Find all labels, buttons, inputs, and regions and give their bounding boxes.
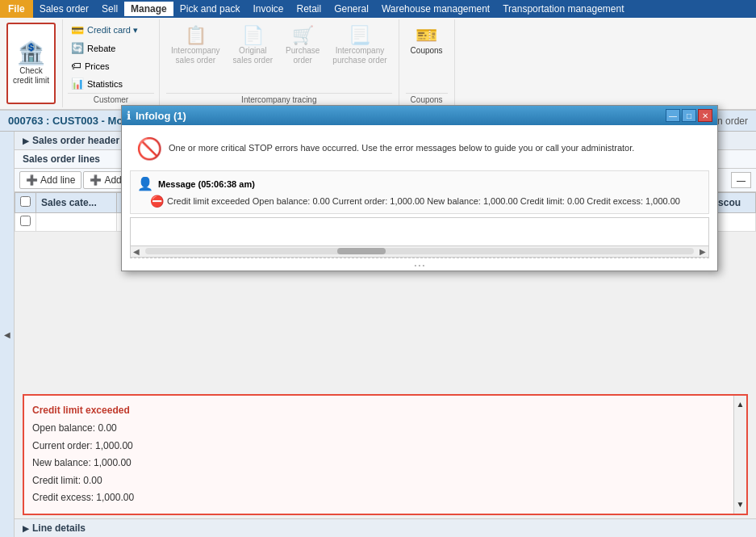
sidebar-collapse-icon: ◀ bbox=[4, 330, 10, 339]
left-sidebar-toggle[interactable]: ◀ bbox=[0, 132, 15, 537]
cell-sales-category bbox=[36, 213, 117, 232]
message-header: Message (05:06:38 am) bbox=[158, 179, 255, 189]
check-credit-label: Checkcredit limit bbox=[13, 66, 49, 86]
hscroll-thumb[interactable] bbox=[337, 248, 386, 254]
line-details-label: Line details bbox=[32, 522, 86, 534]
check-credit-limit-button[interactable]: 🏦 Checkcredit limit bbox=[6, 23, 56, 104]
summary-line-3: Current order: 1,000.00 bbox=[32, 438, 725, 455]
coupons-group-label: Coupons bbox=[406, 93, 448, 104]
line-details-section[interactable]: ▶ Line details bbox=[15, 518, 756, 537]
summary-line-2: Open balance: 0.00 bbox=[32, 420, 725, 438]
infolog-title-icon: ℹ bbox=[127, 109, 131, 122]
statistics-icon: 📊 bbox=[71, 78, 84, 90]
intercompany-po-label: Intercompanypurchase order bbox=[332, 46, 386, 65]
summary-line-1: Credit limit exceeded bbox=[32, 402, 725, 420]
hscroll-right-arrow[interactable]: ▶ bbox=[697, 247, 708, 256]
header-expand-icon: ▶ bbox=[23, 136, 29, 145]
add-line-button[interactable]: ➕ Add line bbox=[19, 171, 81, 189]
col-sales-category: Sales cate... bbox=[36, 193, 117, 213]
prices-button[interactable]: 🏷 Prices bbox=[68, 58, 154, 73]
col-checkbox[interactable] bbox=[15, 193, 36, 213]
row-checkbox[interactable] bbox=[20, 216, 31, 226]
line-details-expand-icon: ▶ bbox=[23, 524, 29, 533]
summary-line-4: New balance: 1,000.00 bbox=[32, 455, 725, 472]
sell-menu[interactable]: Sell bbox=[95, 2, 124, 16]
error-message: One or more critical STOP errors have oc… bbox=[169, 138, 634, 155]
credit-card-label: Credit card ▾ bbox=[87, 25, 138, 36]
intercompany-so-label: Intercompanysales order bbox=[171, 46, 220, 65]
message-person-icon: 👤 bbox=[137, 176, 153, 191]
summary-scroll-up[interactable]: ▲ bbox=[734, 396, 746, 413]
prices-label: Prices bbox=[85, 61, 110, 71]
retail-menu[interactable]: Retail bbox=[290, 2, 328, 16]
intercompany-po-icon: 📃 bbox=[349, 25, 370, 46]
summary-line-5: Credit limit: 0.00 bbox=[32, 472, 725, 490]
purchase-order-icon: 🛒 bbox=[292, 25, 314, 46]
error-icon: 🚫 bbox=[136, 138, 162, 159]
rebate-icon: 🔄 bbox=[71, 42, 84, 54]
sales-order-lines-label: Sales order lines bbox=[23, 153, 100, 165]
invoice-menu[interactable]: Invoice bbox=[246, 2, 290, 16]
rebate-button[interactable]: 🔄 Rebate bbox=[68, 40, 154, 56]
manage-menu[interactable]: Manage bbox=[124, 2, 173, 16]
transportation-management-menu[interactable]: Transportation management bbox=[496, 2, 630, 16]
intercompany-po-button[interactable]: 📃 Intercompanypurchase order bbox=[328, 23, 391, 68]
hscroll-left-arrow[interactable]: ◀ bbox=[131, 247, 142, 256]
intercompany-so-icon: 📋 bbox=[185, 25, 207, 46]
infolog-title: Infolog (1) bbox=[136, 110, 186, 122]
summary-scroll-down[interactable]: ▼ bbox=[734, 496, 746, 514]
statistics-label: Statistics bbox=[87, 79, 123, 89]
select-all-checkbox[interactable] bbox=[20, 196, 31, 207]
credit-card-icon: 💳 bbox=[71, 24, 84, 36]
check-credit-icon: 🏦 bbox=[17, 42, 45, 65]
summary-line-6: Credit excess: 1,000.00 bbox=[32, 489, 725, 507]
modal-maximize-button[interactable]: □ bbox=[682, 109, 696, 122]
infolog-modal: ℹ Infolog (1) — □ ✕ 🚫 One or more critic… bbox=[121, 105, 718, 271]
coupons-label: Coupons bbox=[411, 46, 443, 55]
pick-and-pack-menu[interactable]: Pick and pack bbox=[173, 2, 247, 16]
intercompany-group-label: Intercompany tracing bbox=[166, 93, 392, 104]
message-body: Credit limit exceeded Open balance: 0.00… bbox=[167, 195, 680, 208]
customer-group-label: Customer bbox=[68, 93, 154, 104]
original-sales-order-button[interactable]: 📄 Originalsales order bbox=[228, 23, 278, 68]
prices-icon: 🏷 bbox=[71, 60, 81, 72]
intercompany-sales-order-button[interactable]: 📋 Intercompanysales order bbox=[166, 23, 225, 68]
message-warning-icon: ⛔ bbox=[150, 195, 164, 208]
toolbar-expand-button[interactable]: — bbox=[731, 172, 751, 188]
general-menu[interactable]: General bbox=[328, 2, 375, 16]
purchase-order-button[interactable]: 🛒 Purchaseorder bbox=[281, 23, 324, 68]
statistics-button[interactable]: 📊 Statistics bbox=[68, 76, 154, 91]
rebate-label: Rebate bbox=[87, 44, 115, 53]
sales-order-menu[interactable]: Sales order bbox=[33, 2, 95, 16]
add-lines-icon: ➕ bbox=[90, 174, 102, 186]
resize-handle[interactable]: • • • bbox=[415, 262, 425, 269]
original-so-icon: 📄 bbox=[242, 25, 264, 46]
sales-order-header-label: Sales order header bbox=[32, 135, 119, 146]
coupons-button[interactable]: 🎫 Coupons bbox=[406, 23, 448, 57]
add-line-icon: ➕ bbox=[26, 174, 38, 186]
modal-minimize-button[interactable]: — bbox=[666, 109, 680, 122]
coupons-icon: 🎫 bbox=[416, 25, 437, 46]
file-menu-button[interactable]: File bbox=[0, 0, 33, 18]
modal-close-button[interactable]: ✕ bbox=[698, 109, 712, 122]
warehouse-management-menu[interactable]: Warehouse management bbox=[375, 2, 496, 16]
credit-card-button[interactable]: 💳 Credit card ▾ bbox=[68, 23, 154, 38]
purchase-order-label: Purchaseorder bbox=[286, 46, 320, 65]
original-so-label: Originalsales order bbox=[233, 46, 273, 65]
